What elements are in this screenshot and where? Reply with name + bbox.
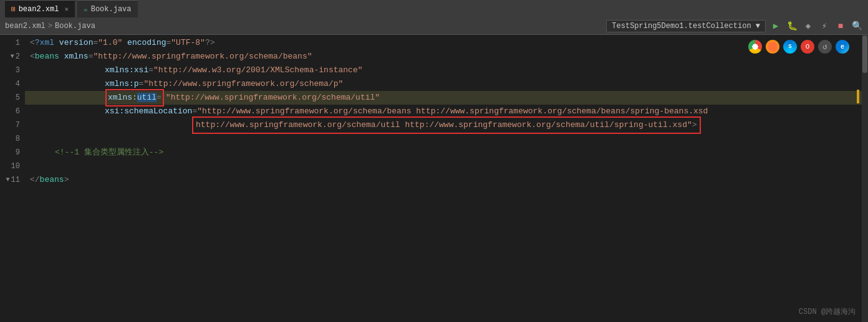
breadcrumb: bean2.xml > Book.java xyxy=(5,22,95,31)
code-content[interactable]: <?xml version="1.0" encoding="UTF-8" ?> … xyxy=(25,35,868,322)
line-num-2: ▼2 xyxy=(0,50,20,64)
edge-icon[interactable]: e xyxy=(836,40,849,54)
coverage-button[interactable]: ◈ xyxy=(802,20,814,32)
l11-tag: beans xyxy=(40,173,64,187)
reload-icon[interactable]: ↺ xyxy=(818,40,832,54)
line-num-6: 6 xyxy=(0,105,20,118)
marker-line5 xyxy=(857,90,859,103)
l2-eq: = xyxy=(89,50,94,64)
l1-version-val: "1.0" xyxy=(98,36,122,50)
line-num-5: 5 xyxy=(0,91,20,105)
editor: 1 ▼2 3 4 5 6 7 8 9 10 ▼11 <?xml version=… xyxy=(0,35,868,322)
l9-comment: <!--1 集合类型属性注入--> xyxy=(55,146,163,159)
breadcrumb-book: Book.java xyxy=(55,22,95,31)
l7-redbox: http://www.springframework.org/schema/ut… xyxy=(192,116,701,134)
chrome-icon[interactable] xyxy=(748,40,762,54)
debug-button[interactable]: 🐛 xyxy=(786,20,798,32)
l11-open: </ xyxy=(30,173,40,187)
firefox-icon[interactable] xyxy=(766,40,779,54)
xml-file-icon: ⊞ xyxy=(11,5,16,13)
tab-book-java[interactable]: ☕ Book.java xyxy=(77,0,137,17)
l1-enc-val: "UTF-8" xyxy=(171,36,205,50)
code-line-2: <beans xmlns="http://www.springframework… xyxy=(25,50,868,64)
tab-book-java-label: Book.java xyxy=(91,5,132,14)
line-num-7: 7 xyxy=(0,118,20,132)
l3-eq: = xyxy=(148,64,153,77)
l5-selected: util xyxy=(137,93,157,102)
toolbar-left: bean2.xml > Book.java xyxy=(5,22,95,31)
tab-close-icon[interactable]: ✕ xyxy=(64,5,69,13)
l1-punct: < xyxy=(30,36,35,50)
tab-bean2-xml[interactable]: ⊞ bean2.xml ✕ xyxy=(5,0,75,17)
code-line-7: http://www.springframework.org/schema/ut… xyxy=(25,118,868,132)
line-num-11: ▼11 xyxy=(0,173,20,187)
scrollbar[interactable] xyxy=(862,35,868,322)
watermark: CSDN @跨越海沟 xyxy=(799,306,856,317)
right-gutter xyxy=(857,35,859,322)
l3-val: "http://www.w3.org/2001/XMLSchema-instan… xyxy=(153,64,362,77)
l1-enc-attr: encoding xyxy=(122,36,166,50)
title-bar: ⊞ bean2.xml ✕ ☕ Book.java xyxy=(0,0,868,17)
l1-eq2: = xyxy=(166,36,171,50)
code-line-11: </beans> xyxy=(25,173,868,187)
code-line-5: xmlns:util= "http://www.springframework.… xyxy=(25,91,868,105)
breadcrumb-bean2: bean2.xml xyxy=(5,22,46,31)
run-button[interactable]: ▶ xyxy=(769,20,782,32)
l1-eq1: = xyxy=(93,36,98,50)
toolbar-right: TestSpring5Demo1.testCollection ▼ ▶ 🐛 ◈ … xyxy=(606,20,863,32)
line-num-4: 4 xyxy=(0,77,20,91)
l11-close: > xyxy=(64,173,69,187)
l2-open: < xyxy=(30,50,35,64)
opera-icon[interactable]: O xyxy=(801,40,814,54)
run-config-selector[interactable]: TestSpring5Demo1.testCollection ▼ xyxy=(606,20,766,32)
run-config-dropdown-icon[interactable]: ▼ xyxy=(756,22,760,31)
safari-icon[interactable]: S xyxy=(783,40,797,54)
browser-icons-panel: S O ↺ e xyxy=(748,40,849,54)
l1-decl: ?xml xyxy=(35,36,54,50)
l6-attr: xsi:schemaLocation xyxy=(105,105,192,118)
line-num-1: 1 xyxy=(0,36,20,50)
line-num-8: 8 xyxy=(0,132,20,146)
l4-val: "http://www.springframework.org/schema/p… xyxy=(143,77,343,91)
l3-attr: xmlns:xsi xyxy=(105,64,148,77)
l2-xmlns-val: "http://www.springframework.org/schema/b… xyxy=(93,50,312,64)
profile-button[interactable]: ⚡ xyxy=(818,20,831,32)
l2-tag: beans xyxy=(35,50,59,64)
code-line-9: <!--1 集合类型属性注入--> xyxy=(25,146,868,159)
l5-redbox: xmlns:util= xyxy=(105,89,164,107)
line-num-9: 9 xyxy=(0,146,20,159)
stop-button[interactable]: ■ xyxy=(834,20,847,32)
toolbar: bean2.xml > Book.java TestSpring5Demo1.t… xyxy=(0,17,868,35)
java-file-icon: ☕ xyxy=(84,5,88,13)
l5-val: "http://www.springframework.org/schema/u… xyxy=(166,91,380,105)
code-line-3: xmlns:xsi="http://www.w3.org/2001/XMLSch… xyxy=(25,64,868,77)
l2-xmlns-attr: xmlns xyxy=(59,50,89,64)
code-line-1: <?xml version="1.0" encoding="UTF-8" ?> xyxy=(25,36,868,50)
l5-eq: = xyxy=(157,93,162,102)
scrollbar-thumb[interactable] xyxy=(862,36,867,73)
l1-version-attr: version xyxy=(54,36,93,50)
search-button[interactable]: 🔍 xyxy=(851,20,863,32)
line-num-10: 10 xyxy=(0,159,20,173)
run-config-label: TestSpring5Demo1.testCollection xyxy=(612,22,751,31)
l5-attr-name: xmlns: xyxy=(108,93,137,102)
l7-val: http://www.springframework.org/schema/ut… xyxy=(196,118,692,132)
tab-bean2-xml-label: bean2.xml xyxy=(19,5,59,14)
breadcrumb-sep: > xyxy=(48,22,52,31)
line-numbers: 1 ▼2 3 4 5 6 7 8 9 10 ▼11 xyxy=(0,35,25,322)
code-line-10 xyxy=(25,159,868,173)
l7-close: > xyxy=(692,118,697,132)
fold-icon-2[interactable]: ▼ xyxy=(11,50,14,64)
line-num-3: 3 xyxy=(0,64,20,77)
code-line-8 xyxy=(25,132,868,146)
fold-icon-11[interactable]: ▼ xyxy=(6,173,10,187)
l1-close: ?> xyxy=(205,36,215,50)
